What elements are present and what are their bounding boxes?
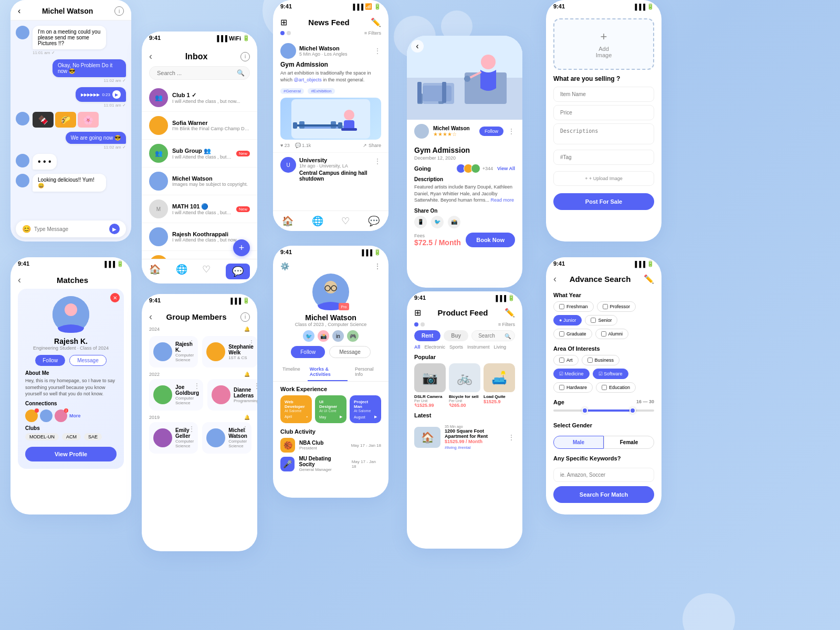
message-btn[interactable]: Message — [69, 355, 107, 366]
whatsapp-icon[interactable]: 📱 — [414, 216, 427, 228]
edit-icon[interactable]: ✏️ — [644, 274, 654, 284]
share-btn[interactable]: ↗ Share — [363, 143, 381, 148]
price-input[interactable] — [553, 105, 654, 120]
info-icon[interactable]: i — [240, 312, 250, 322]
twitter-social-icon[interactable]: 🐦 — [303, 330, 314, 342]
book-now-btn[interactable]: Book Now — [466, 233, 515, 247]
year-option-senior[interactable]: Senior — [585, 315, 617, 326]
search-for-match-btn[interactable]: Search For Match — [553, 486, 654, 503]
bell-icon[interactable]: 🔔 — [244, 415, 250, 420]
chat-info-icon[interactable]: i — [114, 6, 124, 16]
member-card[interactable]: Stephanie Welk 1ST & CS ⋮ — [202, 336, 257, 368]
view-all-link[interactable]: View All — [497, 166, 515, 171]
inbox-item[interactable]: Michel Watson Images may be subject to c… — [142, 167, 257, 195]
graduate-checkbox[interactable] — [559, 331, 564, 337]
cat-all[interactable]: All — [414, 344, 421, 350]
member-menu-icon[interactable]: ⋮ — [254, 382, 257, 390]
product-item[interactable]: 🚲 Bicycle for sell Per Unit $265.00 — [449, 363, 480, 408]
member-card[interactable]: Michel Watson Computer Science ⋮ — [202, 422, 251, 454]
grid-layout-icon[interactable]: ⊞ — [414, 308, 421, 318]
interest-hardware[interactable]: Hardware — [553, 382, 593, 393]
tab-works[interactable]: Works & Activities — [308, 363, 348, 381]
latest-product-item[interactable]: 🏠 35 Min ago 1200 Square Foot Apartment … — [407, 422, 522, 453]
keywords-input[interactable] — [553, 468, 654, 482]
emoji-icon[interactable]: 😊 — [22, 225, 31, 233]
view-profile-btn[interactable]: View Profile — [25, 447, 117, 461]
tab-timeline[interactable]: Timeline — [280, 363, 302, 381]
alumni-checkbox[interactable] — [601, 331, 606, 337]
latest-item-menu-icon[interactable]: ⋮ — [508, 433, 515, 442]
message-btn[interactable]: Message — [329, 346, 371, 358]
comment-icon[interactable]: 💬 1.1k — [295, 143, 311, 148]
inbox-info-icon[interactable]: i — [240, 52, 250, 61]
globe-icon[interactable]: 🌐 — [312, 215, 323, 227]
freshman-checkbox[interactable] — [559, 304, 564, 309]
globe-nav-icon[interactable]: 🌐 — [176, 264, 187, 279]
add-image-area[interactable]: + Add Image — [553, 18, 654, 70]
inbox-item[interactable]: 👥 Club 1 ✓ I will Attend the class , but… — [142, 84, 257, 112]
discord-social-icon[interactable]: 🎮 — [347, 330, 359, 342]
member-menu-icon[interactable]: ⋮ — [188, 425, 195, 433]
follow-btn[interactable]: Follow — [291, 346, 325, 358]
chat-input[interactable] — [34, 226, 106, 232]
gender-female[interactable]: Female — [604, 436, 654, 449]
inbox-item[interactable]: Sofia Warner I'm Blink the Final Camp Ch… — [142, 112, 257, 140]
professor-checkbox[interactable] — [603, 304, 608, 309]
interest-business[interactable]: Business — [582, 355, 620, 365]
event-menu-icon[interactable]: ⋮ — [508, 127, 515, 135]
education-checkbox[interactable] — [602, 385, 607, 390]
linkedin-social-icon[interactable]: in — [332, 330, 344, 342]
edit-icon[interactable]: ✏️ — [505, 308, 515, 318]
description-input[interactable] — [553, 123, 654, 144]
gear-icon[interactable]: ⋮ — [374, 262, 381, 270]
year-option-graduate[interactable]: Graduate — [553, 329, 592, 339]
hardware-checkbox[interactable] — [559, 385, 564, 390]
cat-sports[interactable]: Sports — [449, 344, 463, 350]
tag-input[interactable] — [553, 150, 654, 165]
search-input[interactable] — [149, 66, 250, 80]
filters-btn[interactable]: ≡ Filters — [498, 322, 515, 327]
heart-nav-icon[interactable]: ♡ — [202, 264, 211, 279]
instagram-icon[interactable]: 📸 — [448, 216, 460, 228]
interest-medicine[interactable]: ☑ Medicine — [553, 369, 590, 379]
back-btn[interactable]: ‹ — [411, 40, 424, 52]
inbox-item[interactable]: M MATH 101 🔵 I will Attend the class , b… — [142, 195, 257, 223]
age-min-handle[interactable] — [582, 407, 588, 414]
like-icon[interactable]: ♥ 23 — [280, 143, 290, 148]
member-card[interactable]: Joe Goldburg Computer Science ⋮ — [149, 379, 203, 411]
filters-btn[interactable]: ≡ Filters — [364, 30, 381, 36]
tab-buy[interactable]: Buy — [444, 330, 468, 341]
more-connections-link[interactable]: More — [69, 413, 81, 418]
year-option-alumni[interactable]: Alumni — [595, 329, 629, 339]
member-menu-icon[interactable]: ⋮ — [242, 425, 248, 433]
post-menu-icon[interactable]: ⋮ — [374, 47, 381, 55]
interest-education[interactable]: Education — [596, 382, 636, 393]
bell-icon[interactable]: 🔔 — [244, 327, 250, 332]
age-max-handle[interactable] — [629, 407, 636, 414]
tab-personal[interactable]: Personal Info — [353, 363, 381, 381]
inbox-item[interactable]: 👥 Sub Group 👥 I will Attend the class , … — [142, 140, 257, 167]
business-checkbox[interactable] — [587, 358, 593, 363]
cat-living[interactable]: Living — [494, 344, 507, 350]
follow-btn[interactable]: Follow — [35, 355, 65, 366]
product-item[interactable]: 📷 DSLR Camera Per Unit $1525.99 — [414, 363, 446, 408]
cat-electronic[interactable]: Electronic — [425, 344, 446, 350]
year-option-freshman[interactable]: Freshman — [553, 301, 594, 312]
cat-instrument[interactable]: Instrument — [467, 344, 490, 350]
send-icon[interactable]: ▶ — [109, 224, 120, 234]
twitter-icon[interactable]: 🐦 — [431, 216, 444, 228]
gender-male[interactable]: Male — [553, 436, 604, 449]
chat-icon[interactable]: 💬 — [368, 215, 380, 227]
chat-nav-icon[interactable]: 💬 — [226, 264, 250, 279]
member-menu-icon[interactable]: ⋮ — [194, 382, 200, 390]
product-item[interactable]: 🛋️ Load Quite $1525.9 — [484, 363, 515, 408]
item-name-input[interactable] — [553, 87, 654, 102]
edit-icon[interactable]: ✏️ — [371, 17, 381, 27]
member-menu-icon[interactable]: ⋮ — [188, 339, 195, 346]
year-option-junior[interactable]: ● Junior — [553, 315, 582, 326]
home-nav-icon[interactable]: 🏠 — [149, 264, 161, 279]
settings-icon[interactable]: ⚙️ — [280, 262, 289, 270]
compose-fab[interactable]: + — [233, 239, 250, 256]
interest-art[interactable]: Art — [553, 355, 579, 365]
tab-rent[interactable]: Rent — [414, 330, 440, 341]
